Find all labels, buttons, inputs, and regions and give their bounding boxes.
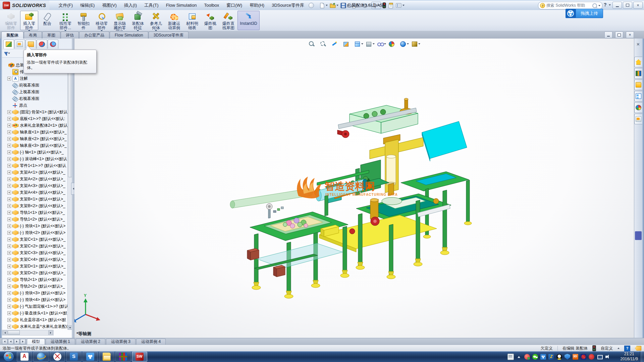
tree-horizontal-scrollbar[interactable] [2, 330, 54, 336]
expand-icon[interactable] [7, 150, 11, 154]
expand-icon[interactable] [7, 305, 11, 308]
menu-item[interactable]: 编辑(E) [76, 1, 98, 10]
taskbar-app-button[interactable] [50, 352, 65, 362]
expand-icon[interactable] [7, 144, 11, 147]
tree-row[interactable]: 水果礼盒装配体2<1> (默认 [2, 122, 68, 129]
tree-row[interactable]: 支架C<4> (默认<<默认>_ [2, 256, 68, 263]
command-tab[interactable]: 办公室产品 [79, 32, 109, 39]
drag-upload-label[interactable]: 拖拽上传 [576, 9, 603, 18]
tree-row[interactable]: 支架D<2> (默认<<默认>_ [2, 269, 68, 276]
expand-icon[interactable] [7, 244, 11, 248]
ribbon-button[interactable]: 移动零部件 [93, 11, 111, 30]
expand-icon[interactable] [7, 164, 11, 168]
status-custom-up-icon[interactable] [618, 348, 620, 349]
ribbon-button[interactable]: 线性零部件... [56, 11, 74, 30]
expand-icon[interactable] [7, 197, 11, 201]
tr-keyboard-icon[interactable] [507, 354, 514, 360]
start-button[interactable] [3, 351, 14, 362]
tree-row[interactable]: 注解 [2, 75, 68, 82]
menu-item[interactable]: 文件(F) [55, 1, 76, 10]
tree-row[interactable]: 导轨1<1> (默认<<默认>_ [2, 209, 68, 216]
search-icon[interactable] [592, 3, 597, 8]
expand-icon[interactable] [7, 137, 11, 141]
menu-pin-icon[interactable] [309, 3, 314, 8]
task-pane-tab[interactable] [634, 102, 642, 113]
taskbar-app-button[interactable] [132, 352, 147, 362]
help-button[interactable]: ? [604, 2, 607, 7]
hscroll-thumb[interactable] [8, 330, 20, 335]
tree-row[interactable]: 底板<1>->? (默认<<默认: [2, 115, 68, 122]
expand-icon[interactable] [7, 278, 11, 282]
tree-row[interactable]: (-) 气缸固定板<1>->? (默认 [2, 303, 68, 310]
file-properties-button[interactable] [387, 2, 394, 9]
expand-icon[interactable] [7, 318, 11, 322]
tr-3d-icon[interactable] [573, 354, 578, 360]
taskbar-app-button[interactable] [33, 352, 49, 362]
last-study-icon[interactable] [20, 339, 25, 344]
new-document-button[interactable] [319, 2, 328, 9]
expand-icon[interactable] [7, 124, 11, 127]
tr-qq-icon[interactable] [556, 354, 562, 360]
graphics-viewport[interactable]: 智造资料网 INTELLIGENT MANUFACTURING DATA Y Z… [74, 39, 634, 338]
task-pane-tab[interactable] [634, 57, 642, 67]
taskbar-app-button[interactable] [99, 352, 114, 362]
tree-row[interactable]: 支架A<2> (默认<<默认>_ [2, 176, 68, 182]
tree-row[interactable]: 水果礼盒盖^水果礼盒装配体 [2, 323, 68, 330]
expand-icon[interactable] [7, 238, 11, 241]
study-tab[interactable]: 运动算例 4 [136, 339, 166, 345]
tree-row[interactable]: (-) 滑块<4> (默认<<默认> [2, 296, 68, 303]
study-tab[interactable]: 模型 [27, 339, 45, 345]
tr-baidupan-icon[interactable] [540, 354, 546, 360]
first-study-icon[interactable] [2, 339, 7, 344]
tab-featuremanager[interactable] [3, 40, 14, 49]
expand-icon[interactable] [7, 184, 11, 188]
command-tab[interactable]: 3DSource零件库 [149, 32, 189, 39]
ribbon-button[interactable]: 新建运动算例 [165, 11, 183, 30]
model-3d[interactable]: 智造资料网 INTELLIGENT MANUFACTURING DATA Y Z [74, 39, 634, 338]
tree-row[interactable]: 支架A<4> (默认<<默认>_ [2, 189, 68, 196]
options-button[interactable] [395, 2, 405, 9]
ribbon-button[interactable]: 爆炸直线草图 [219, 11, 237, 30]
ribbon-button[interactable]: 参考几何体 [147, 11, 165, 30]
expand-icon[interactable] [7, 211, 11, 215]
expand-icon[interactable] [7, 251, 11, 255]
tr-wechat-icon[interactable] [532, 354, 538, 360]
menu-item[interactable]: 窗口(W) [223, 1, 246, 10]
open-document-button[interactable] [329, 2, 339, 9]
filter-dropdown-icon[interactable] [8, 53, 10, 54]
task-pane-tab[interactable] [634, 114, 642, 124]
tree-row[interactable]: 支架A<1> (默认<<默认>_ [2, 169, 68, 176]
tree-row[interactable]: (-) 吸盘接头<1> (默认<<默 [2, 310, 68, 316]
menu-item[interactable]: 工具(T) [141, 1, 162, 10]
expand-icon[interactable] [7, 218, 11, 221]
tag-icon[interactable] [635, 346, 641, 351]
ribbon-button[interactable]: Instant3D [237, 11, 260, 30]
minimize-button[interactable] [612, 2, 622, 9]
expand-icon[interactable] [7, 298, 11, 302]
expand-icon[interactable] [7, 325, 11, 328]
expand-icon[interactable] [7, 171, 11, 174]
tree-row[interactable]: (-) 滑块<1> (默认<<默认> [2, 223, 68, 229]
doc-restore-button[interactable] [615, 32, 623, 38]
status-help-icon[interactable]: ? [624, 346, 630, 351]
ribbon-button[interactable]: 配合 [38, 11, 56, 30]
tree-row[interactable]: (固定) 骨架<1> (默认<默认 [2, 109, 68, 115]
ribbon-button[interactable]: 编辑零部件 [2, 11, 20, 30]
status-custom[interactable]: 自定义 [601, 346, 613, 351]
menu-item[interactable]: Toolbox [200, 1, 223, 10]
taskbar-app-button[interactable] [66, 352, 82, 362]
expand-icon[interactable] [7, 110, 11, 114]
tab-displaymanager[interactable] [48, 40, 58, 49]
menu-item[interactable]: Flow Simulation [162, 1, 201, 10]
expand-icon[interactable] [7, 130, 11, 134]
tree-row[interactable]: 支架C<1> (默认<<默认>_ [2, 236, 68, 243]
tree-row[interactable]: (-) 滚动棒<1> (默认<<默认 [2, 156, 68, 162]
expand-icon[interactable] [7, 77, 11, 80]
expand-icon[interactable] [7, 258, 11, 261]
tree-row[interactable]: 前视基准面 [2, 82, 68, 88]
expand-icon[interactable] [7, 117, 11, 121]
study-tab[interactable]: 运动算例 3 [106, 339, 136, 345]
command-tab[interactable]: 评估 [61, 32, 79, 39]
taskbar-app-button[interactable] [115, 352, 131, 362]
menu-item[interactable]: 视图(V) [98, 1, 120, 10]
